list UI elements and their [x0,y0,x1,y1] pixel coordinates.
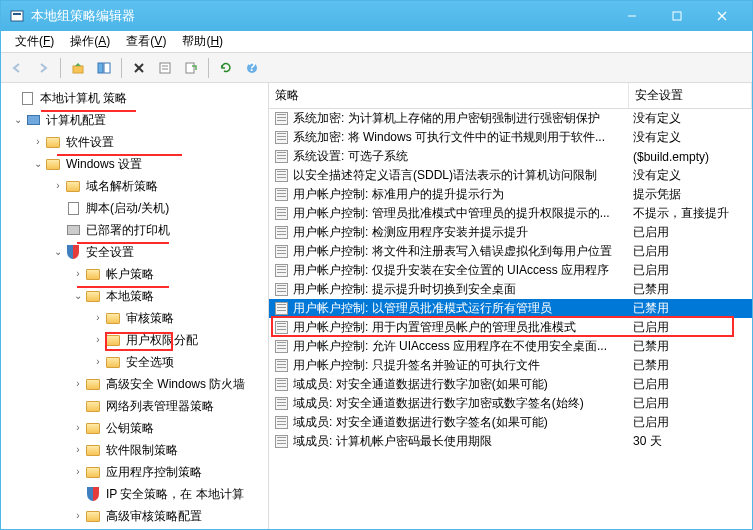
folder-icon [45,134,61,150]
folder-icon [65,178,81,194]
policy-icon [273,320,289,336]
tree-app-control[interactable]: ›应用程序控制策略 [1,461,268,483]
minimize-button[interactable] [609,2,654,30]
expand-icon[interactable]: › [71,462,85,482]
cell-policy: 用户帐户控制: 将文件和注册表写入错误虚拟化到每用户位置 [293,243,633,260]
expand-icon[interactable]: ⌄ [31,154,45,174]
tree-network-list[interactable]: 网络列表管理器策略 [1,395,268,417]
cell-policy: 用户帐户控制: 管理员批准模式中管理员的提升权限提示的... [293,205,633,222]
tree-security-options[interactable]: ›安全选项 [1,351,268,373]
refresh-button[interactable] [214,56,238,80]
expand-icon[interactable]: › [71,506,85,526]
menu-view[interactable]: 查看(V) [118,31,174,52]
cell-setting: ($build.empty) [633,150,752,164]
list-row[interactable]: 用户帐户控制: 只提升签名并验证的可执行文件已禁用 [269,356,752,375]
list-row[interactable]: 域成员: 对安全通道数据进行数字加密(如果可能)已启用 [269,375,752,394]
expand-icon[interactable]: › [91,308,105,328]
expand-icon[interactable]: › [71,264,85,284]
cell-policy: 系统加密: 将 Windows 可执行文件中的证书规则用于软件... [293,129,633,146]
list-row[interactable]: 域成员: 计算机帐户密码最长使用期限30 天 [269,432,752,451]
list-row[interactable]: 域成员: 对安全通道数据进行数字加密或数字签名(始终)已启用 [269,394,752,413]
tree-advanced-audit[interactable]: ›高级审核策略配置 [1,505,268,527]
list-row[interactable]: 用户帐户控制: 仅提升安装在安全位置的 UIAccess 应用程序已启用 [269,261,752,280]
policy-icon [273,187,289,203]
folder-icon [85,508,101,524]
forward-button[interactable] [31,56,55,80]
tree-printers[interactable]: 已部署的打印机 [1,219,268,241]
properties-button[interactable] [153,56,177,80]
help-button[interactable]: ? [240,56,264,80]
tree-software-restriction[interactable]: ›软件限制策略 [1,439,268,461]
cell-policy: 域成员: 对安全通道数据进行数字加密(如果可能) [293,376,633,393]
menu-bar: 文件(F) 操作(A) 查看(V) 帮助(H) [1,31,752,53]
tree-user-rights[interactable]: ›用户权限分配 [1,329,268,351]
close-button[interactable] [699,2,744,30]
tree-label: IP 安全策略，在 本地计算 [104,484,246,504]
policy-icon [273,130,289,146]
tree-local-policies[interactable]: ⌄本地策略 [1,285,268,307]
tree-firewall[interactable]: ›高级安全 Windows 防火墙 [1,373,268,395]
tree-ip-security[interactable]: IP 安全策略，在 本地计算 [1,483,268,505]
tree-audit-policy[interactable]: ›审核策略 [1,307,268,329]
show-hide-tree-button[interactable] [92,56,116,80]
list-row[interactable]: 系统加密: 为计算机上存储的用户密钥强制进行强密钥保护没有定义 [269,109,752,128]
expand-icon[interactable]: › [91,330,105,350]
expand-icon[interactable]: › [71,374,85,394]
tree-dns-policy[interactable]: ›域名解析策略 [1,175,268,197]
list-row[interactable]: 用户帐户控制: 以管理员批准模式运行所有管理员已禁用 [269,299,752,318]
tree-label: 审核策略 [124,308,176,328]
column-setting[interactable]: 安全设置 [629,83,752,108]
list-row[interactable]: 用户帐户控制: 用于内置管理员帐户的管理员批准模式已启用 [269,318,752,337]
tree-root[interactable]: 本地计算机 策略 [1,87,268,109]
svg-rect-14 [186,63,194,73]
list-row[interactable]: 用户帐户控制: 提示提升时切换到安全桌面已禁用 [269,280,752,299]
menu-help[interactable]: 帮助(H) [174,31,231,52]
cell-policy: 系统设置: 可选子系统 [293,148,633,165]
back-button[interactable] [5,56,29,80]
tree-public-key[interactable]: ›公钥策略 [1,417,268,439]
list-panel[interactable]: 策略 安全设置 系统加密: 为计算机上存储的用户密钥强制进行强密钥保护没有定义系… [269,83,752,529]
expand-icon[interactable]: ⌄ [11,110,25,130]
list-row[interactable]: 用户帐户控制: 管理员批准模式中管理员的提升权限提示的...不提示，直接提升 [269,204,752,223]
tree-panel[interactable]: 本地计算机 策略 ⌄计算机配置 ›软件设置 ⌄Windows 设置 ›域名解析策… [1,83,269,529]
list-row[interactable]: 系统设置: 可选子系统($build.empty) [269,147,752,166]
up-button[interactable] [66,56,90,80]
tree-label: 网络列表管理器策略 [104,396,216,416]
menu-file[interactable]: 文件(F) [7,31,62,52]
tree-label: 脚本(启动/关机) [84,198,171,218]
shield-icon [85,486,101,502]
list-row[interactable]: 以安全描述符定义语言(SDDL)语法表示的计算机访问限制没有定义 [269,166,752,185]
expand-icon[interactable]: › [51,176,65,196]
list-row[interactable]: 用户帐户控制: 标准用户的提升提示行为提示凭据 [269,185,752,204]
list-row[interactable]: 系统加密: 将 Windows 可执行文件中的证书规则用于软件...没有定义 [269,128,752,147]
tree-account-policies[interactable]: ›帐户策略 [1,263,268,285]
export-button[interactable] [179,56,203,80]
list-row[interactable]: 用户帐户控制: 检测应用程序安装并提示提升已启用 [269,223,752,242]
list-row[interactable]: 用户帐户控制: 允许 UIAccess 应用程序在不使用安全桌面...已禁用 [269,337,752,356]
list-row[interactable]: 用户帐户控制: 将文件和注册表写入错误虚拟化到每用户位置已启用 [269,242,752,261]
delete-button[interactable] [127,56,151,80]
maximize-button[interactable] [654,2,699,30]
computer-icon [25,112,41,128]
policy-icon [273,111,289,127]
tree-label: 域名解析策略 [84,176,160,196]
cell-setting: 不提示，直接提升 [633,205,752,222]
svg-rect-7 [98,63,103,73]
list-row[interactable]: 域成员: 对安全通道数据进行数字签名(如果可能)已启用 [269,413,752,432]
expand-icon[interactable]: › [31,132,45,152]
expand-icon[interactable]: ⌄ [51,242,65,262]
app-icon [9,8,25,24]
cell-policy: 系统加密: 为计算机上存储的用户密钥强制进行强密钥保护 [293,110,633,127]
tree-windows-settings[interactable]: ⌄Windows 设置 [1,153,268,175]
tree-security-settings[interactable]: ⌄安全设置 [1,241,268,263]
menu-action[interactable]: 操作(A) [62,31,118,52]
expand-icon[interactable]: › [71,418,85,438]
expand-icon[interactable]: ⌄ [71,286,85,306]
expand-icon[interactable]: › [91,352,105,372]
tree-computer-config[interactable]: ⌄计算机配置 [1,109,268,131]
tree-software-settings[interactable]: ›软件设置 [1,131,268,153]
expand-icon[interactable]: › [71,440,85,460]
column-policy[interactable]: 策略 [269,83,629,108]
tree-scripts[interactable]: 脚本(启动/关机) [1,197,268,219]
cell-setting: 已启用 [633,319,752,336]
